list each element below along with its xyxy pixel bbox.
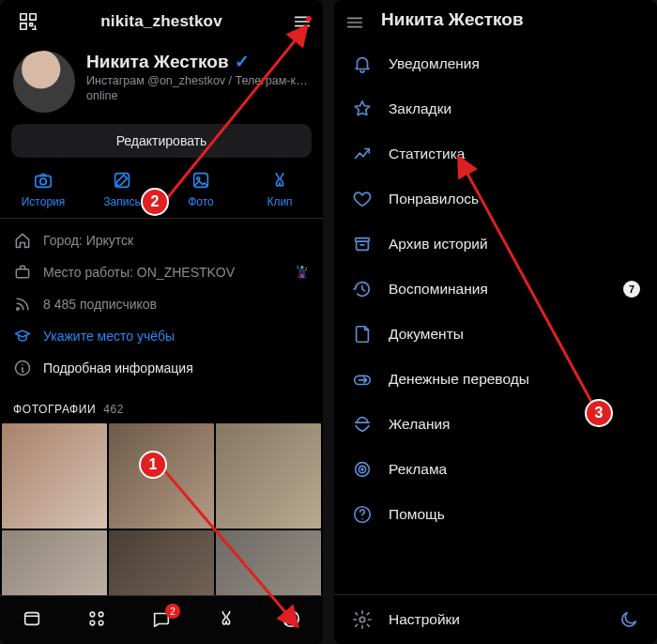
gear-icon[interactable] [351, 608, 374, 631]
graduation-icon [13, 327, 32, 345]
photos-section-header[interactable]: ФОТОГРАФИИ 462 [0, 390, 323, 423]
menu-notifications[interactable]: Уведомления [334, 41, 657, 86]
work-emoji: 🦹‍♂️ [294, 265, 310, 280]
svg-point-17 [90, 621, 95, 625]
profile-block: Никита Жестков ✓ Инстаграм @on_zhestkov … [0, 43, 323, 115]
section-title: ФОТОГРАФИИ [13, 403, 96, 416]
info-city[interactable]: Город: Иркутск [0, 224, 323, 256]
profile-name-text: Никита Жестков [86, 52, 229, 72]
annotation-3: 3 [585, 399, 613, 427]
info-study[interactable]: Укажите место учёбы [0, 320, 323, 352]
trail: 7 [623, 281, 640, 298]
clips-icon [268, 169, 291, 192]
svg-point-27 [356, 463, 370, 477]
svg-point-16 [99, 612, 103, 617]
section-count: 462 [103, 403, 124, 416]
hamburger-icon[interactable] [344, 11, 366, 34]
hamburger-icon [291, 10, 313, 33]
menu-label: Архив историй [389, 236, 488, 253]
services-icon [85, 607, 108, 630]
menu-bookmarks[interactable]: Закладки [334, 86, 657, 131]
info-text: Место работы: ON_ZHESTKOV [43, 265, 235, 280]
qr-icon [17, 10, 39, 33]
tab-services[interactable] [85, 607, 108, 633]
svg-point-29 [361, 468, 363, 470]
action-story[interactable]: История [10, 169, 76, 208]
svg-rect-6 [36, 176, 52, 187]
profile-screen: nikita_zhestkov Никита Жестков ✓ Инстагр… [0, 0, 323, 644]
compose-icon [111, 169, 133, 192]
annotation-2: 2 [141, 188, 169, 216]
menu-notification-dot [306, 16, 312, 22]
info-work[interactable]: Место работы: ON_ZHESTKOV 🦹‍♂️ [0, 256, 323, 288]
info-text: Подробная информация [43, 360, 193, 376]
edit-button[interactable]: Редактировать [11, 124, 312, 158]
photo-thumb[interactable] [2, 423, 107, 529]
menu-label: Желания [389, 416, 451, 433]
rss-icon [13, 295, 32, 314]
menu-label: Документы [389, 326, 464, 343]
tab-clips[interactable] [215, 607, 237, 633]
image-icon [190, 169, 212, 192]
svg-point-10 [197, 177, 200, 180]
menu-money[interactable]: Денежные переводы [334, 357, 657, 402]
info-icon [13, 359, 32, 377]
menu-label: Помощь [389, 506, 445, 523]
photo-thumb[interactable] [216, 423, 321, 529]
svg-point-20 [288, 614, 294, 620]
edit-button-label: Редактировать [116, 133, 207, 148]
info-text: Укажите место учёбы [43, 329, 175, 344]
svg-point-31 [359, 617, 365, 622]
menu-stats[interactable]: Статистика [334, 131, 657, 176]
tab-messages[interactable]: 2 [150, 607, 173, 633]
action-photo[interactable]: Фото [168, 169, 234, 208]
target-icon [351, 458, 374, 481]
home-icon [13, 231, 32, 250]
profile-bio: Инстаграм @on_zhestkov / Телеграм-ка… [86, 74, 312, 87]
action-label: Фото [188, 195, 214, 208]
menu-label: Статистика [389, 146, 465, 162]
help-icon [351, 503, 374, 526]
info-text: Город: Иркутск [43, 233, 133, 248]
menu-liked[interactable]: Понравилось [334, 176, 657, 222]
briefcase-icon [13, 263, 32, 282]
star-icon [351, 98, 374, 120]
profile-tab-icon [280, 607, 302, 630]
money-icon [351, 368, 374, 391]
action-clip[interactable]: Клип [247, 169, 313, 208]
messages-badge: 2 [165, 604, 180, 619]
menu-help[interactable]: Помощь [334, 492, 657, 537]
profile-name: Никита Жестков ✓ [86, 51, 312, 72]
info-details[interactable]: Подробная информация [0, 352, 323, 384]
wishlist-icon [351, 413, 374, 436]
action-label: История [22, 195, 66, 208]
svg-rect-2 [21, 23, 26, 29]
menu-label: Понравилось [389, 191, 479, 207]
svg-rect-1 [30, 14, 36, 20]
menu-label: Закладки [389, 100, 451, 117]
svg-point-18 [99, 621, 103, 625]
moon-icon[interactable] [618, 608, 640, 631]
menu-documents[interactable]: Документы [334, 312, 657, 357]
svg-point-15 [90, 612, 95, 617]
settings-label[interactable]: Настройки [389, 611, 460, 628]
info-text: 8 485 подписчиков [43, 297, 157, 312]
menu-label: Уведомления [389, 55, 480, 72]
heart-icon [351, 188, 374, 210]
profile-status: online [86, 89, 312, 102]
avatar[interactable] [13, 51, 75, 113]
verified-icon: ✓ [235, 51, 250, 72]
svg-point-28 [359, 466, 365, 472]
menu-button[interactable] [276, 10, 313, 33]
menu-archive[interactable]: Архив историй [334, 222, 657, 267]
qr-button[interactable] [9, 10, 47, 33]
clips-tab-icon [215, 607, 237, 630]
menu-ads[interactable]: Реклама [334, 447, 657, 492]
info-followers[interactable]: 8 485 подписчиков [0, 288, 323, 320]
archive-icon [351, 233, 374, 255]
header: nikita_zhestkov [0, 0, 323, 43]
menu-memories[interactable]: Воспоминания 7 [334, 267, 657, 312]
tab-profile[interactable] [280, 607, 302, 633]
memories-count: 7 [623, 281, 640, 298]
tab-feed[interactable] [21, 607, 43, 633]
